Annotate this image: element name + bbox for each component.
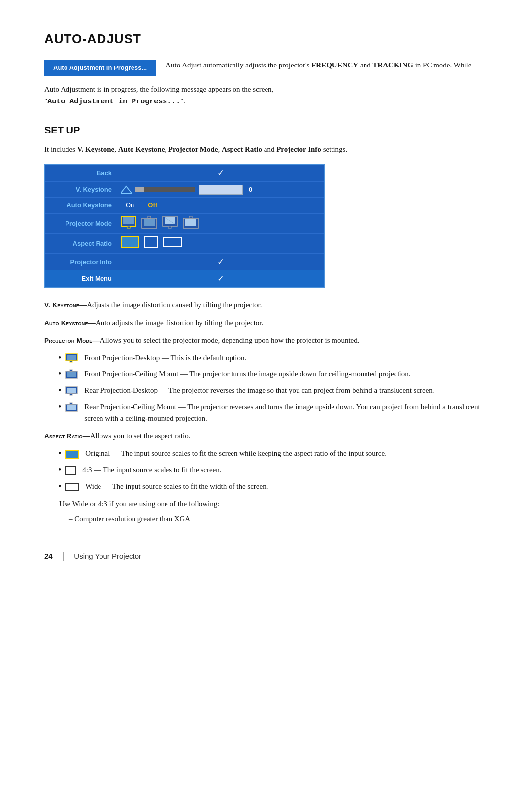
setup-section: Set Up It includes V. Keystone, Auto Key… — [44, 123, 488, 525]
svg-rect-3 — [123, 217, 134, 224]
projmode-term: Projector Mode — [44, 337, 93, 344]
projmode-icon-fpd — [121, 216, 136, 232]
menu-label-exit: Exit Menu — [45, 272, 117, 286]
auto-adjust-header: Auto Adjustment in Progress... Auto Adju… — [44, 60, 488, 76]
exit-checkmark: ✓ — [217, 272, 224, 285]
autokeystone-off: Off — [143, 200, 162, 211]
aspect-icon-original — [121, 236, 139, 251]
menu-row-vkeystone: V. Keystone 0 — [45, 182, 324, 198]
menu-content-back: ✓ — [117, 165, 324, 182]
svg-rect-17 — [164, 237, 181, 246]
projmode-bullet-4: • Rear Projection-Ceiling Mount — The pr… — [58, 401, 488, 425]
keystone-triangle-icon — [121, 184, 132, 195]
setup-intro: It includes V. Keystone, Auto Keystone, … — [44, 143, 488, 155]
menu-row-back: Back ✓ — [45, 165, 324, 182]
projmode-desc: Projector Mode—Allows you to select the … — [44, 334, 488, 346]
keystone-slider-thumb — [135, 187, 144, 192]
svg-rect-15 — [121, 236, 139, 247]
menu-row-autokeystone: Auto Keystone On Off — [45, 198, 324, 214]
auto-adjust-description-right: Auto Adjust automatically adjusts the pr… — [166, 60, 471, 71]
svg-rect-19 — [67, 355, 76, 360]
svg-rect-10 — [168, 226, 171, 228]
footer-separator: | — [63, 549, 65, 563]
autokeystone-on: On — [121, 200, 139, 211]
auto-adjust-blue-bar: Auto Adjustment in Progress... — [44, 60, 156, 76]
footer-label: Using Your Projector — [74, 551, 141, 562]
menu-row-projmode: Projector Mode — [45, 214, 324, 234]
auto-adjust-section: Auto-Adjust Auto Adjustment in Progress.… — [44, 30, 488, 108]
projmode-text-1: Front Projection-Desktop — This is the d… — [84, 352, 246, 364]
page-number: 24 — [44, 551, 53, 562]
auto-adjust-body: Auto Adjustment is in progress, the foll… — [44, 83, 488, 108]
menu-content-projinfo: ✓ — [117, 254, 324, 270]
autokeystone-term: Auto Keystone — [44, 319, 88, 327]
svg-rect-22 — [67, 372, 76, 377]
aspectratio-text-3: Wide — The input source scales to fit th… — [85, 481, 268, 492]
aspectratio-term: Aspect Ratio — [44, 432, 83, 440]
vkeystone-term: V. Keystone — [44, 301, 79, 309]
vkeystone-desc: V. Keystone—Adjusts the image distortion… — [44, 299, 488, 311]
svg-rect-16 — [145, 236, 158, 247]
projmode-bullet-list: • Front Projection-Desktop — This is the… — [58, 352, 488, 425]
setup-title: Set Up — [44, 123, 488, 137]
keystone-value-box — [199, 185, 243, 195]
menu-content-aspectratio — [117, 234, 324, 253]
svg-rect-13 — [185, 219, 196, 226]
projmode-text-2: Front Projection-Ceiling Mount — The pro… — [84, 368, 410, 380]
svg-rect-26 — [70, 394, 72, 395]
projmode-text-3: Rear Projection-Desktop — The projector … — [84, 385, 434, 396]
menu-content-projmode — [117, 214, 324, 234]
svg-rect-23 — [70, 370, 72, 371]
aspect-icon-wide — [163, 237, 182, 250]
svg-rect-29 — [70, 403, 72, 404]
projmode-bullet-1: • Front Projection-Desktop — This is the… — [58, 352, 488, 364]
menu-content-vkeystone: 0 — [117, 182, 324, 197]
svg-rect-4 — [127, 226, 130, 228]
menu-label-projmode: Projector Mode — [45, 217, 117, 231]
aspect-icon-43 — [144, 236, 158, 251]
menu-row-exit: Exit Menu ✓ — [45, 270, 324, 287]
projmode-icon-rpc-inline — [65, 401, 80, 413]
svg-rect-25 — [67, 388, 76, 393]
svg-rect-32 — [66, 484, 78, 491]
menu-label-vkeystone: V. Keystone — [45, 183, 117, 197]
aspect-icon-wide-inline — [65, 481, 81, 492]
back-checkmark: ✓ — [217, 167, 224, 180]
menu-label-projinfo: Projector Info — [45, 255, 117, 269]
aspect-icon-43-inline — [65, 465, 78, 476]
svg-rect-28 — [67, 405, 76, 410]
aspectratio-text-1: Original — The input source scales to fi… — [85, 448, 387, 459]
keystone-slider-track[interactable] — [135, 187, 195, 192]
aspectratio-bullet-2: • 4:3 — The input source scales to fit t… — [58, 465, 488, 476]
menu-row-aspectratio: Aspect Ratio — [45, 234, 324, 254]
projmode-icon-rpd — [162, 216, 178, 232]
projmode-text-4: Rear Projection-Ceiling Mount — The proj… — [84, 401, 488, 425]
menu-label-aspectratio: Aspect Ratio — [45, 237, 117, 251]
page-footer: 24 | Using Your Projector — [44, 549, 488, 563]
menu-content-autokeystone: On Off — [117, 198, 324, 213]
svg-rect-30 — [66, 450, 78, 458]
projmode-icon-rpc — [183, 216, 199, 232]
aspectratio-text-2: 4:3 — The input source scales to fit the… — [82, 465, 221, 476]
projmode-icon-fpc-inline — [65, 368, 80, 380]
autokeystone-desc: Auto Keystone—Auto adjusts the image dis… — [44, 317, 488, 329]
svg-rect-6 — [144, 219, 155, 226]
aspectratio-bullet-3: • Wide — The input source scales to fit … — [58, 481, 488, 492]
projmode-bullet-2: • Front Projection-Ceiling Mount — The p… — [58, 368, 488, 380]
svg-rect-14 — [189, 216, 192, 218]
projmode-icon-fpd-inline — [65, 352, 80, 364]
projmode-icon-fpc — [141, 216, 157, 232]
svg-rect-7 — [148, 216, 151, 218]
projmode-bullet-3: • Rear Projection-Desktop — The projecto… — [58, 385, 488, 396]
aspectratio-subtext: Use Wide or 4:3 if you are using one of … — [59, 498, 488, 510]
keystone-value: 0 — [249, 185, 252, 195]
menu-label-autokeystone: Auto Keystone — [45, 199, 117, 212]
aspectratio-dash-1: – Computer resolution greater than XGA — [69, 513, 488, 525]
aspectratio-desc: Aspect Ratio—Allows you to set the aspec… — [44, 430, 488, 442]
auto-adjust-message: Auto Adjustment in Progress... — [47, 98, 180, 106]
menu-content-exit: ✓ — [117, 270, 324, 287]
projinfo-checkmark: ✓ — [217, 256, 224, 268]
aspectratio-bullet-list: • Original — The input source scales to … — [58, 448, 488, 492]
setup-menu-table: Back ✓ V. Keystone 0 Auto Keystone — [44, 164, 325, 288]
svg-rect-20 — [70, 361, 72, 362]
